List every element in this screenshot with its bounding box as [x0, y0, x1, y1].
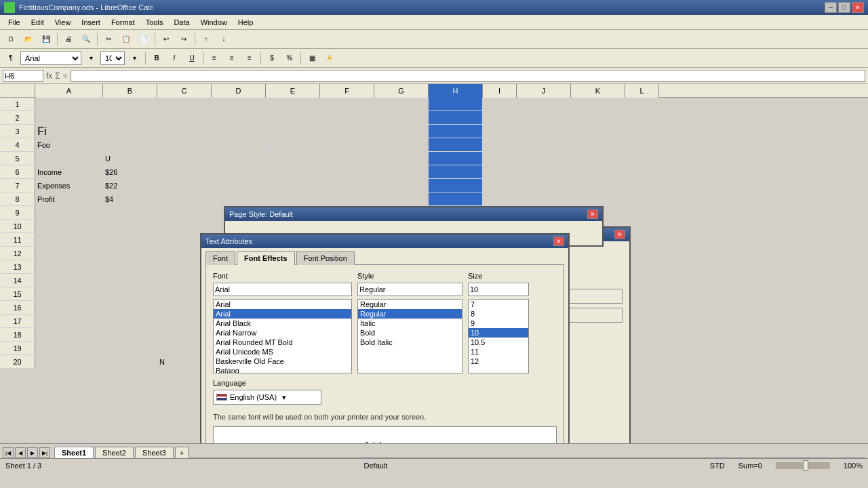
cell-A2[interactable] [35, 111, 103, 124]
cell-D8[interactable] [212, 192, 266, 205]
row-header-8[interactable]: 8 [0, 192, 35, 205]
cell-G1[interactable] [374, 98, 429, 110]
list-item[interactable]: Regular [358, 309, 462, 319]
cell-B1[interactable] [103, 98, 157, 110]
list-item[interactable]: Regular [358, 300, 462, 309]
minimize-button[interactable]: ─ [825, 2, 837, 13]
cell-D1[interactable] [212, 98, 266, 110]
new-button[interactable]: 🗋 [3, 32, 19, 47]
size-dropdown-arrow[interactable]: ▾ [126, 51, 142, 66]
sheet-tab-3[interactable]: Sheet3 [135, 447, 174, 458]
col-header-G[interactable]: G [374, 84, 429, 98]
maximize-button[interactable]: □ [838, 2, 850, 13]
zoom-slider[interactable] [776, 462, 830, 469]
cell-C6[interactable] [157, 165, 212, 178]
redo-button[interactable]: ↪ [176, 32, 192, 47]
cell-A4[interactable]: Foo [35, 138, 103, 151]
list-item[interactable]: 9 [469, 319, 528, 328]
cell-I7[interactable] [483, 179, 517, 192]
row-header-20[interactable]: 20 [0, 355, 35, 368]
cell-F7[interactable] [320, 179, 374, 192]
sort-asc-button[interactable]: ↑ [198, 32, 214, 47]
cut-button[interactable]: ✂ [100, 32, 117, 47]
copy-button[interactable]: 📋 [118, 32, 134, 47]
cell-A8[interactable]: Profit [35, 192, 103, 205]
cell-I5[interactable] [483, 152, 517, 165]
sheet-nav-arrows[interactable]: |◀ ◀ ▶ ▶| [3, 447, 50, 458]
col-header-B[interactable]: B [103, 84, 157, 98]
menu-view[interactable]: View [50, 17, 77, 28]
sheet-nav-first[interactable]: |◀ [3, 447, 14, 458]
cell-G3[interactable] [374, 125, 429, 138]
list-item[interactable]: Arial Narrow [214, 328, 351, 338]
cell-I4[interactable] [483, 138, 517, 151]
list-item[interactable]: 7 [469, 300, 528, 309]
col-header-A[interactable]: A [35, 84, 103, 98]
cell-I1[interactable] [483, 98, 517, 110]
font-name-list[interactable]: Arial Arial Arial Black Arial Narrow Ari… [213, 299, 352, 373]
list-item[interactable]: 10 [469, 328, 528, 338]
cell-H5[interactable] [429, 152, 483, 165]
cell-E2[interactable] [266, 111, 320, 124]
font-size-input[interactable] [468, 283, 529, 296]
cell-B3[interactable] [103, 125, 157, 138]
styles-button[interactable]: ¶ [3, 51, 19, 66]
cell-D3[interactable] [212, 125, 266, 138]
row-header-16[interactable]: 16 [0, 301, 35, 314]
row-header-18[interactable]: 18 [0, 328, 35, 341]
menu-data[interactable]: Data [168, 17, 195, 28]
cell-E6[interactable] [266, 165, 320, 178]
cell-A7[interactable]: Expenses [35, 179, 103, 192]
cell-G7[interactable] [374, 179, 429, 192]
font-dropdown-arrow[interactable]: ▾ [83, 51, 99, 66]
menu-window[interactable]: Window [195, 17, 233, 28]
list-item[interactable]: 12 [469, 357, 528, 366]
cell-G6[interactable] [374, 165, 429, 178]
list-item[interactable]: Arial Rounded MT Bold [214, 338, 351, 347]
menu-file[interactable]: File [3, 17, 26, 28]
sheet-nav-last[interactable]: ▶| [39, 447, 50, 458]
equals-icon[interactable]: = [63, 71, 68, 81]
bold-button[interactable]: B [149, 51, 165, 66]
cell-D5[interactable] [212, 152, 266, 165]
fx-icon[interactable]: fx [46, 71, 52, 81]
cell-B5[interactable]: U [103, 152, 157, 165]
menu-insert[interactable]: Insert [76, 17, 106, 28]
tab-font[interactable]: Font [205, 251, 235, 265]
sort-desc-button[interactable]: ↓ [216, 32, 232, 47]
row-header-2[interactable]: 2 [0, 111, 35, 124]
cell-D4[interactable] [212, 138, 266, 151]
cell-G2[interactable] [374, 111, 429, 124]
cell-B8[interactable]: $4 [103, 192, 157, 205]
font-style-input[interactable] [357, 283, 462, 296]
zoom-thumb[interactable] [803, 460, 808, 471]
font-style-list[interactable]: Regular Regular Italic Bold Bold Italic [357, 299, 462, 373]
cell-B6[interactable]: $26 [103, 165, 157, 178]
tab-font-position[interactable]: Font Position [296, 251, 355, 265]
language-dropdown-arrow[interactable]: ▾ [282, 393, 286, 402]
row-header-14[interactable]: 14 [0, 274, 35, 287]
cell-E7[interactable] [266, 179, 320, 192]
sheet-tab-2[interactable]: Sheet2 [95, 447, 134, 458]
print-button[interactable]: 🖨 [60, 32, 77, 47]
list-item[interactable]: Batang [214, 366, 351, 373]
cell-I6[interactable] [483, 165, 517, 178]
row-header-4[interactable]: 4 [0, 138, 35, 151]
cell-C2[interactable] [157, 111, 212, 124]
cell-K1[interactable] [571, 98, 625, 110]
cell-F8[interactable] [320, 192, 374, 205]
cell-C8[interactable] [157, 192, 212, 205]
align-right-button[interactable]: ≡ [241, 51, 258, 66]
row-header-19[interactable]: 19 [0, 342, 35, 354]
cell-K2[interactable] [571, 111, 625, 124]
sheet-tab-1[interactable]: Sheet1 [54, 447, 94, 458]
col-header-K[interactable]: K [571, 84, 625, 98]
menu-tools[interactable]: Tools [140, 17, 169, 28]
cell-D6[interactable] [212, 165, 266, 178]
font-family-dropdown[interactable]: Arial [20, 52, 81, 65]
cell-C5[interactable] [157, 152, 212, 165]
italic-button[interactable]: I [166, 51, 182, 66]
cell-F6[interactable] [320, 165, 374, 178]
col-header-F[interactable]: F [320, 84, 374, 98]
col-header-J[interactable]: J [517, 84, 571, 98]
